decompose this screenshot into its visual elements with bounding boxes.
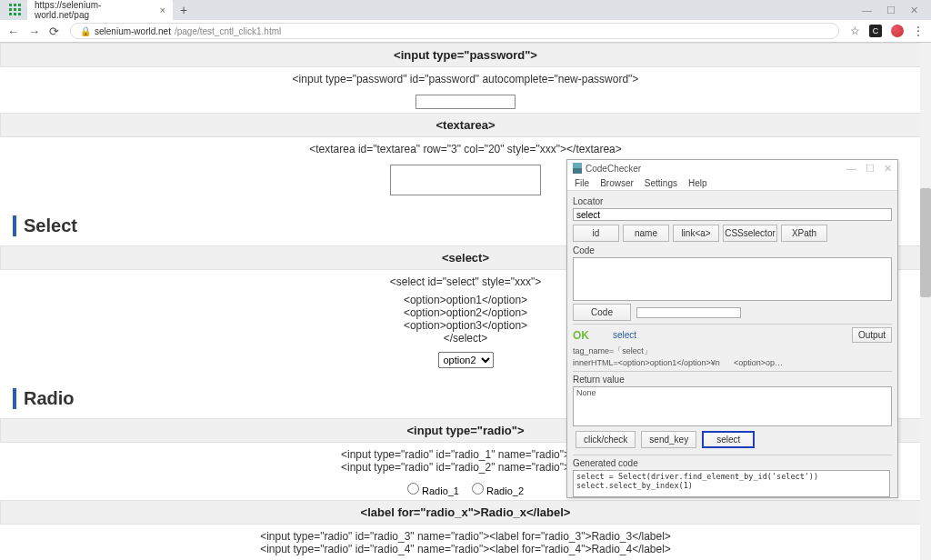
textarea-header: <textarea> <box>0 113 931 137</box>
new-tab-button[interactable]: + <box>180 3 187 17</box>
cc-tagname: tag_name=「select」 <box>573 345 892 357</box>
url-path: /page/test_cntl_click1.html <box>175 26 281 36</box>
browser-chrome: https://selenium-world.net/pag × + — ☐ ✕… <box>0 0 931 43</box>
codechecker-window: CodeChecker — ☐ ✕ File Browser Settings … <box>566 159 898 498</box>
cc-close-icon[interactable]: ✕ <box>884 163 892 175</box>
cc-menu-file[interactable]: File <box>575 178 589 188</box>
cc-menu-help[interactable]: Help <box>688 178 707 188</box>
address-bar: ← → ⟳ 🔒 selenium-world.net/page/test_cnt… <box>0 20 931 42</box>
radio-label-header: <label for="radio_x">Radio_x</label> <box>0 500 931 525</box>
password-header: <input type="password"> <box>0 43 931 67</box>
cc-title: CodeChecker <box>586 164 846 174</box>
back-icon[interactable]: ← <box>7 25 19 38</box>
cc-css-button[interactable]: CSSselector <box>723 225 777 242</box>
cc-ok-target: select <box>613 330 636 340</box>
close-window-icon[interactable]: ✕ <box>910 5 918 16</box>
cc-app-icon <box>573 163 582 174</box>
reload-icon[interactable]: ⟳ <box>49 25 59 38</box>
cc-menu-settings[interactable]: Settings <box>645 178 677 188</box>
star-icon[interactable]: ☆ <box>850 25 860 37</box>
profile-icon[interactable] <box>891 25 904 37</box>
select-input[interactable]: option2 <box>438 352 494 368</box>
cc-gencode[interactable]: select = Select(driver.find_element_by_i… <box>573 470 890 497</box>
tab-bar: https://selenium-world.net/pag × + — ☐ ✕ <box>0 0 931 20</box>
cc-output-button[interactable]: Output <box>852 327 892 343</box>
app-grid-icon[interactable] <box>9 4 22 16</box>
cc-sendkey-button[interactable]: send_key <box>641 431 696 448</box>
cc-click-button[interactable]: click/check <box>576 431 636 448</box>
cc-menubar: File Browser Settings Help <box>567 176 897 191</box>
password-code: <input type="password" id="password" aut… <box>0 67 931 91</box>
cc-titlebar[interactable]: CodeChecker — ☐ ✕ <box>567 160 897 176</box>
cc-return-value[interactable]: None <box>573 386 892 426</box>
cc-locator-label: Locator <box>573 196 892 206</box>
maximize-icon[interactable]: ☐ <box>886 5 896 16</box>
url-domain: selenium-world.net <box>95 26 171 36</box>
extension-icon[interactable]: C <box>869 25 882 37</box>
scrollbar[interactable] <box>920 43 931 560</box>
textarea-code: <textarea id="textarea" row="3" col="20"… <box>0 137 931 161</box>
url-input[interactable]: 🔒 selenium-world.net/page/test_cntl_clic… <box>70 23 839 39</box>
cc-name-button[interactable]: name <box>623 225 669 242</box>
cc-code-result[interactable] <box>636 307 741 318</box>
cc-gencode-label: Generated code <box>573 458 892 468</box>
cc-xpath-button[interactable]: XPath <box>781 225 827 242</box>
textarea-input[interactable] <box>390 165 541 195</box>
minimize-icon[interactable]: — <box>862 5 872 16</box>
radio-code-3: <input type="radio" id="radio_3" name="r… <box>0 525 931 543</box>
radio-1[interactable]: Radio_1 <box>407 483 459 496</box>
menu-icon[interactable]: ⋮ <box>913 25 924 37</box>
window-controls: — ☐ ✕ <box>862 5 931 16</box>
tab-title: https://selenium-world.net/pag <box>35 0 153 20</box>
cc-select-button[interactable]: select <box>702 431 755 448</box>
cc-innerhtml: innerHTML=<option>option1</option>¥n <op… <box>573 357 892 369</box>
password-input[interactable] <box>415 95 516 109</box>
browser-tab[interactable]: https://selenium-world.net/pag × <box>27 0 173 23</box>
lock-icon: 🔒 <box>80 26 91 36</box>
cc-minimize-icon[interactable]: — <box>846 163 856 175</box>
cc-maximize-icon[interactable]: ☐ <box>866 163 875 175</box>
cc-code-button[interactable]: Code <box>573 304 631 321</box>
cc-id-button[interactable]: id <box>573 225 619 242</box>
radio-code-4: <input type="radio" id="radio_4" name="r… <box>0 543 931 560</box>
cc-locator-input[interactable] <box>573 208 892 221</box>
cc-return-label: Return value <box>573 375 892 385</box>
close-icon[interactable]: × <box>160 5 165 15</box>
cc-ok-status: OK <box>573 329 589 342</box>
cc-link-button[interactable]: link<a> <box>673 225 719 242</box>
radio-2[interactable]: Radio_2 <box>472 483 524 496</box>
forward-icon[interactable]: → <box>28 25 40 38</box>
cc-menu-browser[interactable]: Browser <box>600 178 634 188</box>
cc-code-area[interactable] <box>573 257 892 301</box>
cc-code-label: Code <box>573 245 892 255</box>
